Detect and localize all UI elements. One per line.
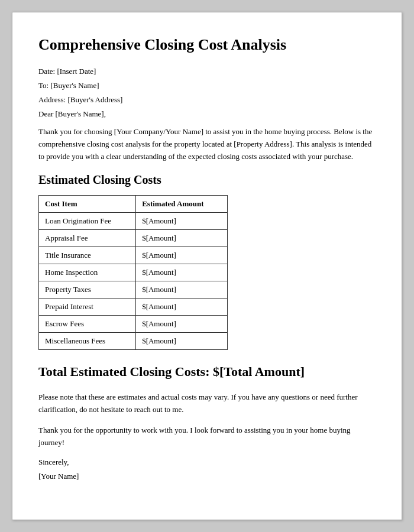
table-cell-amount: $[Amount] xyxy=(136,213,228,230)
table-cell-amount: $[Amount] xyxy=(136,230,228,247)
table-cell-amount: $[Amount] xyxy=(136,299,228,316)
thanks-paragraph: Thank you for the opportunity to work wi… xyxy=(38,424,376,449)
document-page: Comprehensive Closing Cost Analysis Date… xyxy=(12,12,402,520)
section-heading: Estimated Closing Costs xyxy=(38,173,376,187)
table-row: Property Taxes$[Amount] xyxy=(39,281,228,299)
table-row: Escrow Fees$[Amount] xyxy=(39,316,228,333)
table-cell-amount: $[Amount] xyxy=(136,264,228,281)
table-header-row: Cost Item Estimated Amount xyxy=(39,196,228,213)
table-cell-item: Prepaid Interest xyxy=(39,299,136,316)
sign-off: Sincerely, xyxy=(38,458,376,467)
date-line: Date: [Insert Date] xyxy=(38,67,376,76)
greeting-line: Dear [Buyer's Name], xyxy=(38,109,376,119)
table-cell-item: Appraisal Fee xyxy=(39,230,136,247)
table-row: Miscellaneous Fees$[Amount] xyxy=(39,333,228,350)
table-cell-item: Miscellaneous Fees xyxy=(39,333,136,350)
table-row: Title Insurance$[Amount] xyxy=(39,247,228,264)
total-line: Total Estimated Closing Costs: $[Total A… xyxy=(38,364,376,379)
table-row: Loan Origination Fee$[Amount] xyxy=(39,213,228,230)
table-cell-item: Title Insurance xyxy=(39,247,136,264)
table-row: Appraisal Fee$[Amount] xyxy=(39,230,228,247)
table-cell-item: Escrow Fees xyxy=(39,316,136,333)
signer-name: [Your Name] xyxy=(38,472,376,481)
table-cell-amount: $[Amount] xyxy=(136,333,228,350)
table-cell-amount: $[Amount] xyxy=(136,247,228,264)
address-line: Address: [Buyer's Address] xyxy=(38,95,376,105)
table-cell-amount: $[Amount] xyxy=(136,281,228,299)
col-header-amount: Estimated Amount xyxy=(136,196,228,213)
intro-paragraph: Thank you for choosing [Your Company/You… xyxy=(38,126,376,163)
table-cell-item: Home Inspection xyxy=(39,264,136,281)
table-row: Home Inspection$[Amount] xyxy=(39,264,228,281)
note-paragraph: Please note that these are estimates and… xyxy=(38,391,376,416)
table-row: Prepaid Interest$[Amount] xyxy=(39,299,228,316)
table-cell-amount: $[Amount] xyxy=(136,316,228,333)
table-cell-item: Loan Origination Fee xyxy=(39,213,136,230)
table-cell-item: Property Taxes xyxy=(39,281,136,299)
col-header-item: Cost Item xyxy=(39,196,136,213)
document-title: Comprehensive Closing Cost Analysis xyxy=(38,36,376,54)
cost-table: Cost Item Estimated Amount Loan Originat… xyxy=(38,195,228,350)
to-line: To: [Buyer's Name] xyxy=(38,81,376,90)
